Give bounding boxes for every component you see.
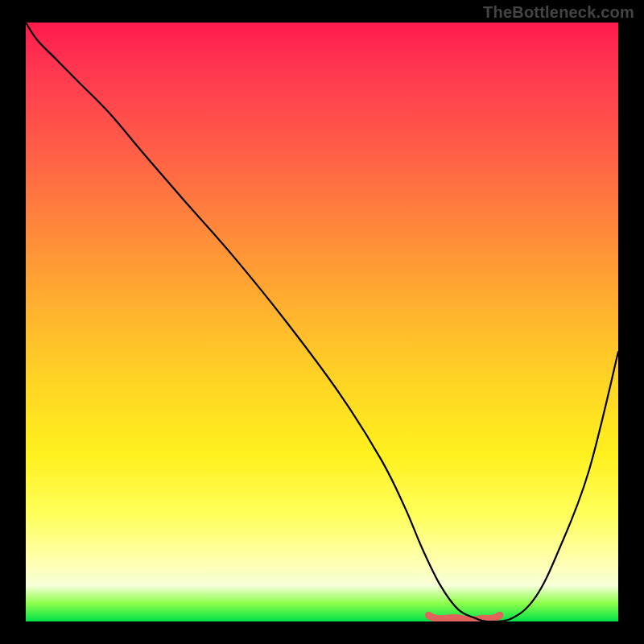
watermark-text: TheBottleneck.com	[483, 3, 634, 22]
bottleneck-curve	[26, 23, 618, 621]
plot-area	[26, 23, 618, 621]
optimal-range-highlight	[429, 615, 500, 620]
curve-layer	[26, 23, 618, 621]
chart-frame: TheBottleneck.com	[0, 0, 644, 644]
